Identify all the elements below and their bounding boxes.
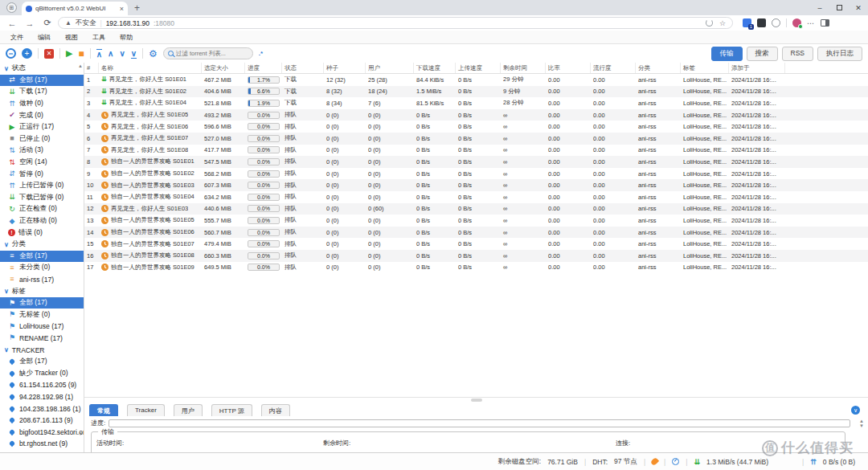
sidebar-item[interactable]: ■已停止 (0) [0,133,84,145]
details-tab-4[interactable]: 内容 [261,404,290,416]
move-bottom-button[interactable]: ∨ [131,49,137,59]
sidebar-item[interactable]: ◆正在移动 (0) [0,215,84,227]
column-header-9[interactable]: 剩余时间 [501,63,546,73]
refresh-icon[interactable]: ⟳ [40,18,55,28]
minimize-button[interactable]: – [810,0,829,15]
torrent-row[interactable]: 9独自一人的异世界攻略 S01E02568.2 MiB0.0%排队0 (0)0 … [84,168,868,180]
sidebar-item[interactable]: ⇵暂停 (0) [0,168,84,180]
splitter-handle[interactable] [471,398,482,402]
sidebar-scroll-down-icon[interactable]: ▼ [78,431,83,436]
column-header-10[interactable]: 比率 [546,63,591,73]
column-header-11[interactable]: 流行度 [591,63,636,73]
sidebar-item[interactable]: 104.238.198.186 (1) [0,403,84,415]
bookmark-star-icon[interactable]: ☆ [719,19,726,27]
torrent-row[interactable]: 14独自一人的异世界攻略 S01E06560.7 MiB0.0%排队0 (0)0… [84,227,868,239]
start-button[interactable]: ▶ [66,49,72,58]
close-tab-icon[interactable]: × [120,5,124,13]
torrent-row[interactable]: 3⇊再见龙生，你好人生 S01E04521.8 MiB1.9%下载8 (34)7… [84,97,868,109]
sidebar-item[interactable]: ⇊下载已暂停 (0) [0,192,84,204]
column-header-13[interactable]: 标签 [681,63,729,73]
scroll-down-icon[interactable]: ▼ [858,423,866,428]
sidebar-item[interactable]: ▶正运行 (17) [0,121,84,133]
torrent-row[interactable]: 13独自一人的异世界攻略 S01E05555.7 MiB0.0%排队0 (0)0… [84,215,868,227]
add-torrent-link-button[interactable]: ∞ [6,48,16,59]
menu-item-3[interactable]: 工具 [85,33,113,42]
close-window-button[interactable]: ✕ [849,0,868,15]
upload-speed-icon[interactable]: ⇈ [810,458,817,466]
menu-item-2[interactable]: 视图 [58,33,85,42]
delete-button[interactable]: ✕ [44,49,54,59]
sidebar-item[interactable]: ⇈做种 (0) [0,98,84,110]
sidebar-item[interactable]: ⚑RENAME (17) [0,333,84,345]
move-down-button[interactable]: ∨ [119,49,125,58]
sidebar-item[interactable]: 全部 (17) [0,356,84,368]
sidebar-item[interactable]: ⚑无标签 (0) [0,309,84,321]
security-label[interactable]: 不安全 [76,18,96,28]
browser-tab[interactable]: qBittorrent v5.0.2 WebUI × [22,2,128,15]
torrent-row[interactable]: 5再见龙生，你好人生 S01E06596.6 MiB0.0%排队0 (0)0 (… [84,121,868,133]
column-header-12[interactable]: 分类 [636,63,681,73]
torrent-row[interactable]: 11独自一人的异世界攻略 S01E04634.2 MiB0.0%排队0 (0)0… [84,191,868,203]
collapse-panel-button[interactable]: ∨ [851,406,860,415]
extension-icon-blue[interactable]: 1 [743,18,751,27]
sidebar-item[interactable]: ≡未分类 (0) [0,262,84,274]
forward-icon[interactable]: → [23,18,37,28]
profile-avatar-icon[interactable] [792,18,801,27]
move-up-button[interactable]: ∧ [108,49,113,58]
details-tab-2[interactable]: 用户 [174,404,203,416]
column-header-6[interactable]: 用户 [366,63,414,73]
menu-item-4[interactable]: 帮助 [113,33,140,42]
torrent-row[interactable]: 12再见龙生，你好人生 S01E03440.6 MiB0.0%排队0 (0)0 … [84,203,868,215]
details-tab-3[interactable]: HTTP 源 [211,404,252,416]
sidebar-item[interactable]: ⇅活动 (3) [0,145,84,157]
sidebar-item[interactable]: ⚑LoliHouse (17) [0,321,84,333]
column-header-3[interactable]: 进度 [245,63,282,73]
view-tab-1[interactable]: 搜索 [747,47,778,61]
tab-actions-button[interactable]: ⊞ [6,2,17,13]
torrent-row[interactable]: 17独自一人的异世界攻略 S01E09649.5 MiB0.0%排队0 (0)0… [84,262,868,274]
sidebar-scroll-up-icon[interactable]: ▲ [78,63,83,68]
panel-splitter[interactable] [84,397,868,403]
sidebar-item[interactable]: bigfoot1942.sektori.org... [0,426,84,438]
column-header-4[interactable]: 状态 [282,63,324,73]
menu-item-0[interactable]: 文件 [3,33,31,42]
global-upload-speed[interactable]: 0 B/s (0 B) [823,458,855,466]
torrent-row[interactable]: 8独自一人的异世界攻略 S01E01547.5 MiB0.0%排队0 (0)0 … [84,156,868,168]
connection-status-flame-icon[interactable] [650,457,659,466]
view-tab-0[interactable]: 传输 [711,47,743,61]
torrent-row[interactable]: 6再见龙生，你好人生 S01E07527.0 MiB0.0%排队0 (0)0 (… [84,133,868,145]
sidebar-item[interactable]: 61.154.116.205 (9) [0,379,84,391]
sidebar-item[interactable]: ⇈上传已暂停 (0) [0,180,84,192]
view-tab-3[interactable]: 执行日志 [817,47,862,61]
add-torrent-file-button[interactable]: + [22,48,32,59]
column-header-8[interactable]: 上传速度 [456,63,501,73]
stop-button[interactable]: ■ [78,49,84,59]
column-header-14[interactable]: 添加于 [729,63,785,73]
more-menu-icon[interactable]: ⋯ [807,19,815,27]
sidebar-item[interactable]: ⇊下载 (17) [0,86,84,98]
sidebar-item[interactable]: 94.228.192.98 (1) [0,391,84,403]
sidebar-item[interactable]: !错误 (0) [0,227,84,239]
details-tab-0[interactable]: 常规 [89,404,118,416]
filter-input[interactable] [176,50,248,57]
address-bar[interactable]: ▲ 不安全 | 192.168.31.90 :18080 ☆ [58,17,733,29]
torrent-row[interactable]: 15独自一人的异世界攻略 S01E07479.4 MiB0.0%排队0 (0)0… [84,238,868,250]
sidebar-item[interactable]: ⚑全部 (17) [0,297,84,309]
view-tab-2[interactable]: RSS [782,47,813,61]
sidebar-section-2[interactable]: ∨标签 [0,285,84,297]
sidebar-item[interactable]: 缺少 Tracker (0) [0,367,84,379]
sidebar-item[interactable]: ↻正在检查 (0) [0,203,84,215]
sidebar-item[interactable]: ⇄全部 (17) [0,75,84,87]
sidebar-section-0[interactable]: ∨状态 [0,63,84,75]
sidebar-item[interactable]: ⇅空闲 (14) [0,157,84,169]
torrent-row[interactable]: 1⇊再见龙生，你好人生 S01E01467.2 MiB1.7%下载12 (32)… [84,74,868,86]
sidebar-item[interactable]: 208.67.16.113 (9) [0,415,84,427]
extension-icon-dark[interactable] [757,18,766,27]
alt-speed-gauge-icon[interactable] [672,458,679,465]
download-speed-icon[interactable]: ⇊ [694,458,701,466]
sidebar-section-1[interactable]: ∨分类 [0,239,84,251]
torrent-row[interactable]: 16独自一人的异世界攻略 S01E08660.3 MiB0.0%排队0 (0)0… [84,250,868,262]
maximize-button[interactable] [829,0,849,15]
move-top-button[interactable]: ∧ [96,49,102,59]
sidebar-item[interactable]: ≡ani-rss (17) [0,274,84,286]
